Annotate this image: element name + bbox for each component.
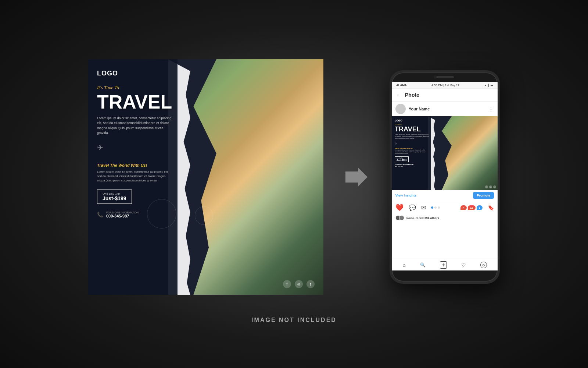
more-options-icon[interactable]: ⋮: [488, 106, 494, 113]
user-avatar: [395, 104, 406, 114]
post-title: TRAVEL: [97, 92, 173, 112]
liked-others: and: [419, 216, 424, 220]
post-phone-number: 000-345-987: [106, 214, 139, 218]
phone-post-logo: LOGO: [395, 119, 429, 122]
share-count-bubble: 1: [477, 205, 483, 210]
phone-header-title: Photo: [405, 92, 493, 98]
likes-count-bubble: 12: [468, 205, 476, 210]
twitter-icon: t: [306, 280, 315, 288]
phone-post-phone: FOR MORE INFORMATION: 000-345-987: [395, 164, 429, 167]
nav-home-icon[interactable]: ⌂: [402, 262, 405, 268]
nav-add-icon[interactable]: +: [440, 261, 447, 269]
post-section-text: Lorem ipsum dolor sit amet, consectetur …: [97, 170, 173, 183]
phone-icon: 📞: [97, 212, 103, 217]
post-body-text: Lorem ipsum dolor sit amet, consectetur …: [97, 116, 173, 136]
phone-post-user-header: Your Name ⋮: [392, 102, 498, 116]
nav-search-icon[interactable]: 🔍: [420, 262, 426, 268]
username-label: Your Name: [409, 107, 485, 111]
liked-avatars: [395, 215, 404, 220]
bookmark-icon[interactable]: 🔖: [488, 205, 494, 210]
wifi-icon: ▲: [484, 84, 487, 86]
phone-post-plane-icon: ✈: [395, 142, 429, 145]
post-price-box: One Day Trip Just-$199: [97, 190, 132, 204]
phone-post-phone-number: 000-345-987: [395, 166, 403, 167]
phone-mockup: ALAMA 4:50 PM | 1st May 17 ▲ ▌ ▬ ← Photo…: [390, 70, 500, 284]
phone-carrier: ALAMA: [396, 84, 407, 87]
phone-action-bar: View Insights Promote: [392, 190, 498, 201]
promote-button[interactable]: Promote: [473, 192, 494, 199]
phone-liked-row: lwaito, al and 394 others: [392, 214, 498, 222]
dot-3: [438, 206, 440, 209]
arrow-container: [345, 168, 368, 186]
phone-twitter-icon: t: [493, 185, 496, 188]
phone-post-image: LOGO It's Time To TRAVEL Lorem ipsum dol…: [392, 116, 498, 190]
post-price-value: Just-$199: [103, 195, 126, 201]
phone-reactions-row: ❤️ 💬 ✉ 4 12 1 🔖: [392, 201, 498, 214]
phone-instagram-header: ← Photo: [392, 89, 498, 102]
main-container: LOGO It's Time To TRAVEL Lorem ipsum dol…: [0, 45, 588, 309]
nav-profile-icon[interactable]: ○: [480, 262, 487, 268]
phone-post-title: TRAVEL: [395, 126, 429, 132]
comment-reaction-icon[interactable]: 💬: [409, 204, 416, 211]
phone-post-price-value: Just-$199: [397, 159, 407, 161]
liked-by-text: lwaito, al and 394 others: [406, 216, 439, 220]
heart-reaction-icon[interactable]: ❤️: [395, 204, 404, 212]
instagram-icon: ◎: [295, 280, 303, 288]
social-post-card: LOGO It's Time To TRAVEL Lorem ipsum dol…: [88, 59, 323, 295]
carousel-dots: [431, 206, 455, 209]
phone-post-social-icons: f ◎ t: [485, 185, 496, 188]
phone-post-background: [432, 116, 498, 190]
phone-post-section-body: Lorem ipsum dolor sit amet, consectetur …: [395, 149, 429, 154]
post-background-image: [171, 59, 323, 295]
post-phone-row: 📞 FOR MORE INFORMATION: 000-345-987: [97, 211, 173, 218]
phone-camera: [434, 75, 437, 78]
phone-facebook-icon: f: [485, 185, 488, 188]
phone-time: 4:50 PM | 1st May 17: [431, 84, 459, 87]
post-airplane-icon: ✈: [97, 143, 173, 152]
phone-screen: ALAMA 4:50 PM | 1st May 17 ▲ ▌ ▬ ← Photo…: [392, 82, 498, 270]
liked-others-count: 394 others: [424, 216, 439, 220]
bottom-label: IMAGE NOT INCLUDED: [251, 317, 337, 323]
post-price-label: One Day Trip: [103, 192, 126, 195]
phone-post-content: LOGO It's Time To TRAVEL Lorem ipsum dol…: [392, 116, 432, 190]
svg-marker-0: [345, 168, 368, 186]
facebook-icon: f: [283, 280, 291, 288]
comment-count-bubble: 4: [460, 205, 466, 210]
signal-icon: ▌: [488, 84, 490, 86]
post-tagline: It's Time To: [97, 85, 173, 91]
post-social-icons: f ◎ t: [283, 280, 315, 288]
post-section-title: Travel The World With Us!: [97, 163, 173, 167]
post-phone-label: FOR MORE INFORMATION:: [106, 211, 139, 214]
back-button[interactable]: ←: [396, 92, 402, 98]
battery-icon: ▬: [491, 84, 493, 86]
phone-post-body: Lorem ipsum dolor sit amet, consectetur …: [395, 134, 429, 139]
deco-circle-2: [195, 206, 213, 225]
phone-post-price-box: One Day Trip Just-$199: [395, 156, 409, 162]
arrow-icon: [345, 168, 368, 186]
share-reaction-icon[interactable]: ✉: [421, 204, 426, 211]
post-logo: LOGO: [97, 70, 173, 77]
phone-status-icons: ▲ ▌ ▬: [484, 84, 493, 86]
liked-names: lwaito, al: [406, 216, 418, 220]
post-content: LOGO It's Time To TRAVEL Lorem ipsum dol…: [88, 59, 182, 295]
nav-heart-icon[interactable]: ♡: [461, 262, 466, 268]
reaction-bubbles: 4 12 1: [460, 205, 483, 210]
phone-instagram-icon: ◎: [489, 185, 492, 188]
dot-2: [434, 206, 437, 209]
dot-1: [431, 206, 433, 209]
phone-status-bar: ALAMA 4:50 PM | 1st May 17 ▲ ▌ ▬: [392, 82, 498, 89]
phone-speaker: [435, 76, 454, 78]
liked-avatar-2: [399, 215, 404, 220]
phone-nav-bar: ⌂ 🔍 + ♡ ○: [392, 259, 498, 270]
view-insights-button[interactable]: View Insights: [395, 194, 416, 197]
